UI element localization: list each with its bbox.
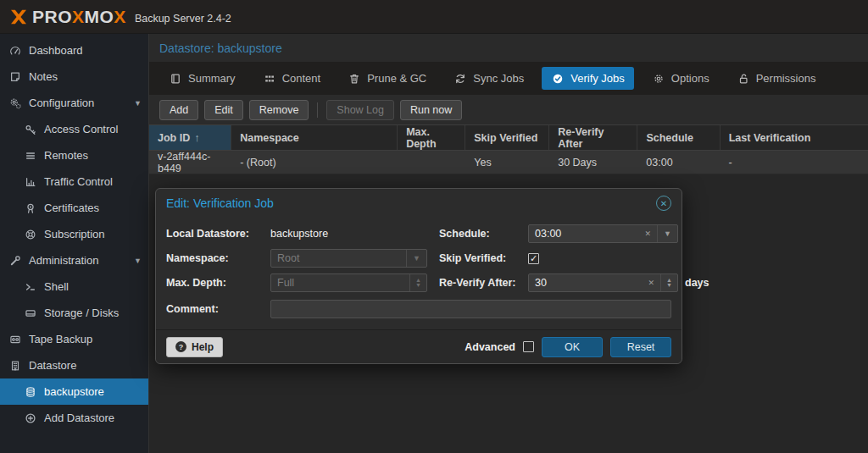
sidebar-item-subscription[interactable]: Subscription (0, 221, 148, 247)
spinner-arrows-icon: ▲▼ (409, 274, 426, 291)
building-icon (8, 360, 22, 372)
disk-icon (24, 307, 37, 319)
key-icon (24, 124, 37, 135)
advanced-label: Advanced (465, 341, 515, 353)
panel-title: Datastore: backupstore (149, 34, 868, 62)
namespace-select: Root ▼ (270, 249, 427, 268)
app-version: Backup Server 2.4-2 (135, 13, 231, 25)
grid-icon (263, 73, 276, 85)
sidebar-item-label: Traffic Control (44, 175, 113, 188)
dialog-footer: ? Help Advanced OK Reset (156, 329, 682, 363)
help-button[interactable]: ? Help (166, 337, 223, 357)
chevron-down-icon[interactable]: ▼ (134, 99, 142, 108)
edit-button[interactable]: Edit (204, 100, 243, 120)
sidebar-item-storage-disks[interactable]: Storage / Disks (0, 300, 148, 326)
proxmox-logo-icon (8, 7, 29, 27)
unlock-icon (737, 73, 750, 85)
list-icon (24, 150, 37, 162)
dialog-body: Local Datastore: backupstore Schedule: 0… (156, 218, 682, 329)
sidebar-item-notes[interactable]: Notes (0, 64, 148, 90)
schedule-label: Schedule: (439, 228, 528, 240)
comment-label: Comment: (166, 303, 270, 315)
clear-icon[interactable]: ✕ (643, 279, 661, 287)
cell-job-id: v-2aff444c-b449 (149, 151, 231, 174)
check-circle-icon (551, 73, 565, 85)
sidebar-item-label: Configuration (29, 97, 94, 109)
sidebar-item-tape-backup[interactable]: Tape Backup (0, 326, 148, 352)
tab-verify-jobs[interactable]: Verify Jobs (542, 67, 634, 90)
sync-icon (453, 73, 467, 85)
sort-ascending-icon: ↑ (194, 132, 199, 144)
sidebar-item-datastore[interactable]: Datastore (0, 352, 148, 378)
sidebar-item-label: Notes (29, 70, 58, 83)
add-button[interactable]: Add (159, 100, 198, 120)
certificate-icon (24, 202, 37, 214)
sidebar-item-shell[interactable]: Shell (0, 273, 148, 300)
database-icon (24, 386, 37, 398)
clear-icon[interactable]: ✕ (639, 229, 658, 238)
sidebar-item-certificates[interactable]: Certificates (0, 195, 148, 221)
column-header-last-verification[interactable]: Last Verification (721, 125, 868, 150)
remove-button[interactable]: Remove (249, 100, 309, 120)
toolbar-separator (317, 102, 318, 118)
reverify-after-spinner[interactable]: 30 ✕ ▲▼ (528, 273, 678, 292)
cell-schedule: 03:00 (637, 151, 720, 174)
tab-options[interactable]: Options (643, 67, 719, 90)
sidebar-item-administration[interactable]: Administration ▼ (0, 247, 148, 273)
tab-permissions[interactable]: Permissions (727, 67, 826, 90)
sidebar-item-backupstore[interactable]: backupstore (0, 378, 148, 405)
chevron-down-icon[interactable]: ▼ (657, 225, 677, 242)
tab-prune-gc[interactable]: Prune & GC (338, 67, 436, 90)
tab-content[interactable]: Content (253, 67, 331, 90)
tab-bar: Summary Content Prune & GC Sync Jobs Ver… (149, 62, 868, 95)
sidebar-nav: Dashboard Notes Configuration ▼ Access C… (0, 34, 149, 453)
ok-button[interactable]: OK (542, 337, 603, 357)
namespace-label: Namespace: (166, 252, 270, 264)
show-log-button: Show Log (326, 100, 394, 120)
skip-verified-label: Skip Verified: (439, 252, 528, 264)
sidebar-item-add-datastore[interactable]: Add Datastore (0, 405, 148, 431)
run-now-button[interactable]: Run now (400, 100, 462, 120)
gear-icon (652, 73, 665, 85)
proxmox-wordmark: PROXMOX (32, 7, 126, 27)
table-row[interactable]: v-2aff444c-b449 - (Root) Yes 30 Days 03:… (149, 151, 868, 174)
column-header-namespace[interactable]: Namespace (231, 125, 398, 150)
reverify-after-label: Re-Verify After: (439, 277, 528, 289)
close-icon[interactable]: ✕ (656, 196, 671, 211)
cell-namespace: - (Root) (231, 151, 398, 174)
local-datastore-value: backupstore (270, 228, 328, 240)
spinner-arrows-icon[interactable]: ▲▼ (660, 274, 677, 291)
column-header-max-depth[interactable]: Max. Depth (398, 125, 465, 150)
advanced-checkbox[interactable] (523, 341, 534, 352)
sidebar-item-access-control[interactable]: Access Control (0, 116, 148, 142)
local-datastore-label: Local Datastore: (166, 228, 270, 240)
sidebar-item-configuration[interactable]: Configuration ▼ (0, 90, 148, 116)
sidebar-item-label: Certificates (44, 202, 99, 214)
comment-input[interactable] (270, 300, 671, 318)
chevron-down-icon[interactable]: ▼ (134, 257, 142, 265)
gears-icon (8, 97, 22, 109)
skip-verified-checkbox[interactable] (528, 253, 539, 264)
column-header-schedule[interactable]: Schedule (637, 125, 720, 150)
column-header-skip-verified[interactable]: Skip Verified (465, 125, 549, 150)
column-header-job-id[interactable]: Job ID ↑ (149, 125, 231, 150)
cell-skip-verified: Yes (465, 151, 549, 174)
tab-sync-jobs[interactable]: Sync Jobs (444, 67, 533, 90)
sidebar-item-traffic-control[interactable]: Traffic Control (0, 168, 148, 195)
verify-jobs-toolbar: Add Edit Remove Show Log Run now (149, 95, 868, 125)
reset-button[interactable]: Reset (610, 337, 671, 357)
sidebar-item-dashboard[interactable]: Dashboard (0, 37, 148, 64)
chart-icon (24, 176, 37, 188)
sidebar-item-remotes[interactable]: Remotes (0, 142, 148, 168)
column-header-reverify-after[interactable]: Re-Verify After (549, 125, 637, 150)
sidebar-item-label: Dashboard (29, 44, 83, 57)
sidebar-item-label: Add Datastore (44, 412, 114, 424)
tab-summary[interactable]: Summary (159, 67, 245, 90)
dialog-header[interactable]: Edit: Verification Job ✕ (156, 189, 682, 218)
edit-verification-job-dialog: Edit: Verification Job ✕ Local Datastore… (155, 188, 682, 364)
wrench-icon (8, 255, 22, 267)
max-depth-label: Max. Depth: (166, 277, 270, 289)
schedule-combobox[interactable]: 03:00 ✕ ▼ (528, 224, 678, 243)
gauge-icon (8, 45, 22, 57)
days-suffix: days (685, 277, 709, 289)
